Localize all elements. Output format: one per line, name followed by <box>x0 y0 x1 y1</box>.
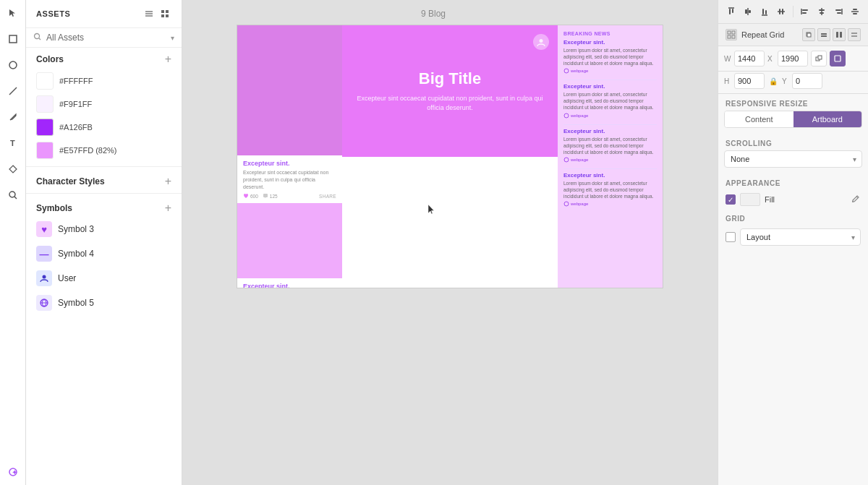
search-chevron-icon[interactable]: ▾ <box>171 34 174 42</box>
text-tool-icon[interactable]: T <box>6 136 20 150</box>
lock-icon[interactable]: 🔒 <box>769 77 778 85</box>
symbols-section-title: Symbols <box>36 203 72 213</box>
rectangle-tool-icon[interactable] <box>6 32 20 46</box>
art-left-card-2-title: Excepteur sint. <box>243 283 336 288</box>
svg-point-25 <box>564 202 569 206</box>
color-list: #FFFFFF #F9F1FF #A126FB #E57FFD (82%) <box>26 68 182 163</box>
select-tool-icon[interactable] <box>6 6 20 20</box>
symbol-3-label: Symbol 3 <box>58 224 94 234</box>
align-middle-v-icon[interactable] <box>741 4 754 19</box>
symbols-section-header: Symbols + <box>26 197 182 217</box>
color-item-e57ffd[interactable]: #E57FFD (82%) <box>32 139 176 162</box>
svg-line-6 <box>14 197 17 199</box>
expand-btn[interactable] <box>830 51 846 66</box>
symbol-item-5[interactable]: Symbol 5 <box>26 291 182 315</box>
grid-checkbox[interactable] <box>726 232 736 242</box>
svg-point-16 <box>35 34 40 39</box>
width-field-group: W <box>724 51 765 66</box>
color-swatch-white <box>36 72 54 90</box>
canvas-area: 9 Blog Big Title Excepteur sint occaecat… <box>182 0 718 485</box>
svg-point-1 <box>9 61 17 69</box>
symbol-5-label: Symbol 5 <box>58 298 94 308</box>
search-icon <box>33 33 42 43</box>
line-tool-icon[interactable] <box>6 84 20 98</box>
list-view-icon[interactable] <box>142 7 156 20</box>
plugin-icon[interactable]: ✦ <box>6 465 20 479</box>
svg-line-17 <box>39 38 41 40</box>
width-label: W <box>724 55 733 63</box>
x-input[interactable] <box>778 51 808 66</box>
svg-rect-30 <box>732 9 733 13</box>
width-input[interactable] <box>734 51 765 66</box>
responsive-resize-tabs: Content Artboard <box>724 111 862 128</box>
art-news-text-1: Lorem ipsum dolor sit amet, consectetur … <box>563 47 657 66</box>
repeat-copy-btn[interactable] <box>802 28 815 41</box>
add-char-style-button[interactable]: + <box>165 176 171 187</box>
pen-tool-icon[interactable] <box>6 110 20 124</box>
search-bar[interactable]: All Assets ▾ <box>26 28 182 48</box>
art-share-label-1: SHARE <box>319 194 336 199</box>
grid-view-icon[interactable] <box>158 7 171 20</box>
symbol-item-user[interactable]: User <box>26 266 182 291</box>
symbol-item-4[interactable]: — Symbol 4 <box>26 241 182 266</box>
color-label-f9f1ff: #F9F1FF <box>59 100 92 108</box>
colors-section-header: Colors + <box>26 48 182 68</box>
svg-rect-45 <box>820 12 824 14</box>
char-styles-section-header: Character Styles + <box>26 170 182 190</box>
art-news-link-4: webpage <box>563 201 657 207</box>
svg-rect-32 <box>745 9 747 14</box>
artboard-tab[interactable]: Artboard <box>793 111 862 127</box>
fill-swatch[interactable] <box>740 193 760 206</box>
color-label-white: #FFFFFF <box>59 77 93 85</box>
symbol-item-3[interactable]: ♥ Symbol 3 <box>26 217 182 241</box>
layout-select[interactable]: Layout Grid Square <box>740 228 861 246</box>
add-symbol-button[interactable]: + <box>165 202 171 214</box>
art-news-link-3: webpage <box>563 157 657 163</box>
svg-rect-57 <box>807 33 811 37</box>
svg-rect-65 <box>818 56 822 59</box>
repeat-action-3[interactable] <box>833 28 846 41</box>
art-news-item-3: Excepteur sint. Lorem ipsum dolor sit am… <box>563 128 657 163</box>
align-distribute-h-icon[interactable] <box>775 4 788 19</box>
svg-rect-14 <box>161 14 164 17</box>
repeat-action-4[interactable] <box>848 28 861 41</box>
svg-text:✦: ✦ <box>11 468 17 476</box>
align-top-icon[interactable] <box>724 4 738 19</box>
svg-rect-41 <box>802 9 808 11</box>
align-bottom-icon[interactable] <box>758 4 772 19</box>
add-color-button[interactable]: + <box>165 53 171 65</box>
ellipse-tool-icon[interactable] <box>6 58 20 72</box>
component-tool-icon[interactable] <box>6 162 20 176</box>
svg-point-24 <box>564 158 569 162</box>
eyedropper-icon[interactable] <box>851 194 861 206</box>
fill-checkbox[interactable]: ✓ <box>726 194 736 205</box>
x-label: X <box>767 55 776 63</box>
svg-rect-36 <box>765 10 767 14</box>
grid-label: GRID <box>718 209 868 226</box>
artboard[interactable]: Big Title Excepteur sint occaecat cupida… <box>237 25 663 288</box>
scrolling-select[interactable]: None Vertical Horizontal Pan <box>724 150 862 168</box>
height-input[interactable] <box>734 73 765 89</box>
height-label: H <box>724 77 733 85</box>
art-news-link-1: webpage <box>563 68 657 74</box>
y-field-group: Y <box>782 73 822 89</box>
color-item-f9f1ff[interactable]: #F9F1FF <box>32 93 176 116</box>
art-hero-block: Big Title Excepteur sint occaecat cupida… <box>342 25 558 157</box>
distribute-v-icon[interactable] <box>848 4 862 19</box>
align-right-icon[interactable] <box>831 4 845 19</box>
y-input[interactable] <box>792 73 822 89</box>
align-center-h-icon[interactable] <box>814 4 828 19</box>
content-tab[interactable]: Content <box>725 111 793 127</box>
copy-dimensions-btn[interactable] <box>811 51 827 66</box>
char-styles-title: Character Styles <box>36 176 105 186</box>
alignment-toolbar-top <box>718 0 868 24</box>
assets-view-toggle <box>142 7 171 20</box>
search-tool-icon[interactable] <box>6 188 20 202</box>
repeat-action-2[interactable] <box>817 28 830 41</box>
color-item-a126fb[interactable]: #A126FB <box>32 116 176 139</box>
assets-header: ASSETS <box>26 0 182 28</box>
art-news-column: BREAKING NEWS Excepteur sint. Lorem ipsu… <box>558 25 663 288</box>
color-item-white[interactable]: #FFFFFF <box>32 69 176 93</box>
align-left-icon[interactable] <box>798 4 812 19</box>
assets-panel: ASSETS All Assets ▾ Colors + #FFFFFF #F9… <box>26 0 182 485</box>
